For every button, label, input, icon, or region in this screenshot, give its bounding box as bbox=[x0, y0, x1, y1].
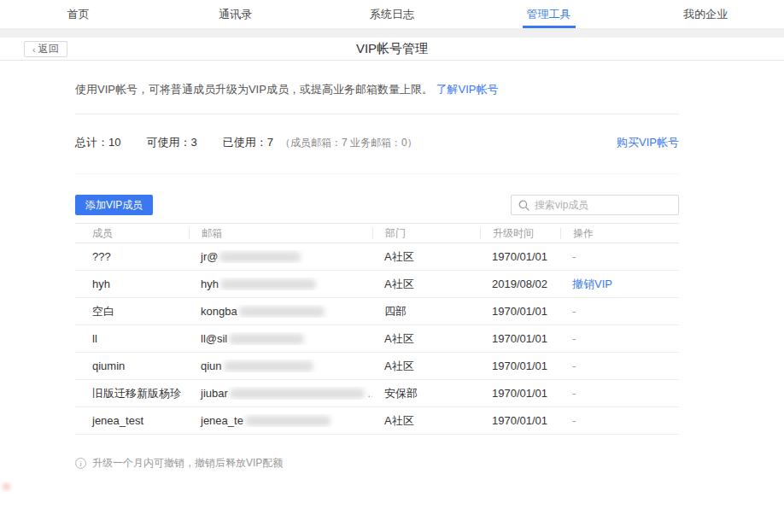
department-cell: A社区 bbox=[372, 331, 480, 347]
nav-item-system-log[interactable]: 系统日志 bbox=[313, 0, 471, 28]
redacted-email-blur bbox=[224, 361, 313, 371]
upgrade-time-cell: 2019/08/02 bbox=[480, 278, 560, 290]
email-prefix: hyh bbox=[201, 278, 219, 290]
email-prefix: kongba bbox=[201, 305, 237, 318]
redacted-email-blur bbox=[229, 334, 304, 344]
stat-available: 可使用：3 bbox=[146, 135, 196, 150]
table-row: 旧版迁移新版杨珍 jiubar… 安保部 1970/01/01 - bbox=[75, 380, 679, 407]
stats-row: 总计：10 可使用：3 已使用：7 （成员邮箱：7 业务邮箱：0） 购买VIP帐… bbox=[75, 134, 679, 151]
info-icon: i bbox=[75, 458, 86, 469]
email-prefix: jiubar bbox=[201, 387, 228, 400]
email-cell: jiubar… bbox=[189, 387, 372, 400]
main-content: 使用VIP帐号，可将普通成员升级为VIP成员，或提高业务邮箱数量上限。 了解VI… bbox=[75, 61, 679, 471]
divider-faint bbox=[75, 173, 679, 174]
department-cell: A社区 bbox=[372, 277, 480, 292]
email-prefix: jenea_te bbox=[201, 414, 243, 427]
stat-used-detail: （成员邮箱：7 业务邮箱：0） bbox=[280, 136, 418, 150]
action-cell: 撤销VIP bbox=[560, 277, 679, 292]
email-cell: qiun bbox=[189, 360, 372, 372]
add-vip-member-button[interactable]: 添加VIP成员 bbox=[75, 195, 153, 215]
email-cell: jr@ bbox=[189, 250, 372, 263]
subnav-strip bbox=[0, 28, 784, 38]
table-row: hyh hyh A社区 2019/08/02 撤销VIP bbox=[75, 271, 679, 298]
email-cell: ll@sil bbox=[189, 332, 372, 345]
page-title: VIP帐号管理 bbox=[0, 38, 784, 59]
nav-item-home[interactable]: 首页 bbox=[0, 0, 157, 28]
column-header-email: 邮箱 bbox=[189, 228, 372, 239]
member-cell: 空白 bbox=[75, 304, 189, 319]
member-cell: 旧版迁移新版杨珍 bbox=[75, 386, 189, 401]
action-cell: - bbox=[560, 332, 679, 345]
divider bbox=[75, 114, 679, 114]
action-cell: - bbox=[560, 305, 679, 318]
email-prefix: qiun bbox=[201, 360, 222, 372]
table-row: ??? jr@ A社区 1970/01/01 - bbox=[75, 243, 679, 271]
table-body: ??? jr@ A社区 1970/01/01 - hyh hyh A社区 201… bbox=[75, 243, 679, 435]
footer-note-text: 升级一个月内可撤销，撤销后释放VIP配额 bbox=[92, 456, 283, 471]
action-cell: - bbox=[560, 414, 679, 427]
member-cell: ??? bbox=[75, 250, 189, 263]
department-cell: A社区 bbox=[372, 249, 480, 265]
intro-text: 使用VIP帐号，可将普通成员升级为VIP成员，或提高业务邮箱数量上限。 了解VI… bbox=[75, 61, 679, 96]
department-cell: A社区 bbox=[372, 359, 480, 374]
table-row: jenea_test jenea_te A社区 1970/01/01 - bbox=[75, 407, 679, 435]
learn-vip-link[interactable]: 了解VIP帐号 bbox=[436, 83, 499, 96]
column-header-department: 部门 bbox=[372, 228, 480, 239]
nav-item-contacts[interactable]: 通讯录 bbox=[157, 0, 314, 28]
upgrade-time-cell: 1970/01/01 bbox=[480, 305, 560, 318]
department-cell: 安保部 bbox=[372, 386, 480, 401]
column-header-member: 成员 bbox=[75, 228, 189, 239]
table-row: 空白 kongba 四部 1970/01/01 - bbox=[75, 298, 679, 325]
department-cell: 四部 bbox=[372, 304, 480, 319]
action-cell: - bbox=[560, 250, 679, 263]
search-input[interactable] bbox=[535, 199, 671, 211]
redacted-email-blur bbox=[230, 389, 365, 399]
action-cell: - bbox=[560, 387, 679, 400]
nav-item-management-tools[interactable]: 管理工具 bbox=[471, 0, 628, 28]
intro-description: 使用VIP帐号，可将普通成员升级为VIP成员，或提高业务邮箱数量上限。 bbox=[75, 83, 433, 96]
search-box[interactable] bbox=[511, 195, 679, 215]
email-prefix: jr@ bbox=[201, 250, 218, 263]
footer-note: i 升级一个月内可撤销，撤销后释放VIP配额 bbox=[75, 456, 679, 471]
email-cell: jenea_te bbox=[189, 414, 372, 427]
department-cell: A社区 bbox=[372, 413, 480, 429]
back-button[interactable]: ‹ 返回 bbox=[24, 41, 67, 57]
upgrade-time-cell: 1970/01/01 bbox=[480, 250, 560, 263]
member-cell: qiumin bbox=[75, 360, 189, 372]
upgrade-time-cell: 1970/01/01 bbox=[480, 414, 560, 427]
quota-stats: 总计：10 可使用：3 已使用：7 （成员邮箱：7 业务邮箱：0） bbox=[75, 135, 418, 150]
back-chevron-icon: ‹ bbox=[32, 44, 36, 55]
stat-total: 总计：10 bbox=[75, 135, 120, 150]
table-row: qiumin qiun A社区 1970/01/01 - bbox=[75, 353, 679, 380]
action-cell: - bbox=[560, 360, 679, 372]
artifact-dot bbox=[3, 483, 10, 490]
search-icon bbox=[518, 200, 529, 211]
column-header-action: 操作 bbox=[560, 228, 679, 239]
member-cell: ll bbox=[75, 332, 189, 345]
redacted-email-blur bbox=[245, 416, 331, 426]
email-cell: hyh bbox=[189, 278, 372, 290]
nav-item-my-enterprise[interactable]: 我的企业 bbox=[627, 0, 784, 28]
column-header-upgrade-time: 升级时间 bbox=[480, 228, 560, 239]
member-cell: jenea_test bbox=[75, 414, 189, 427]
back-label: 返回 bbox=[38, 42, 59, 56]
redacted-email-blur bbox=[220, 279, 316, 289]
vip-account-management-page: 首页 通讯录 系统日志 管理工具 我的企业 ‹ 返回 VIP帐号管理 使用VIP… bbox=[0, 0, 784, 532]
stat-used: 已使用：7 bbox=[223, 135, 273, 150]
top-nav: 首页 通讯录 系统日志 管理工具 我的企业 bbox=[0, 0, 784, 28]
redacted-email-blur bbox=[219, 252, 301, 262]
revoke-vip-link[interactable]: 撤销VIP bbox=[572, 278, 612, 290]
page-header: ‹ 返回 VIP帐号管理 bbox=[0, 38, 784, 61]
member-cell: hyh bbox=[75, 278, 189, 290]
table-row: ll ll@sil A社区 1970/01/01 - bbox=[75, 325, 679, 353]
upgrade-time-cell: 1970/01/01 bbox=[480, 332, 560, 345]
vip-members-table: 成员 邮箱 部门 升级时间 操作 ??? jr@ A社区 1970/01/01 … bbox=[75, 223, 679, 435]
table-header-row: 成员 邮箱 部门 升级时间 操作 bbox=[75, 223, 679, 243]
email-cell: kongba bbox=[189, 305, 372, 318]
upgrade-time-cell: 1970/01/01 bbox=[480, 387, 560, 400]
email-prefix: ll@sil bbox=[201, 332, 227, 345]
toolbar: 添加VIP成员 bbox=[75, 195, 679, 215]
redacted-email-blur bbox=[239, 307, 325, 317]
upgrade-time-cell: 1970/01/01 bbox=[480, 360, 560, 372]
buy-vip-link[interactable]: 购买VIP帐号 bbox=[617, 135, 679, 150]
